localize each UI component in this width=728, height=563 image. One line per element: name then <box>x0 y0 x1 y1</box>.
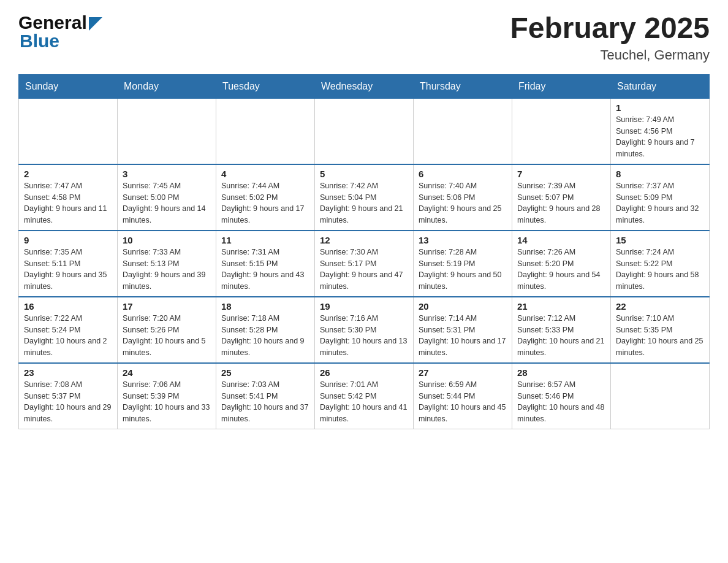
day-number: 25 <box>221 367 309 378</box>
day-info: Sunrise: 7:37 AMSunset: 5:09 PMDaylight:… <box>616 180 704 226</box>
calendar-cell: 6Sunrise: 7:40 AMSunset: 5:06 PMDaylight… <box>414 164 512 231</box>
day-of-week-thursday: Thursday <box>414 74 512 98</box>
calendar-cell: 9Sunrise: 7:35 AMSunset: 5:11 PMDaylight… <box>19 231 118 297</box>
calendar-cell <box>512 98 611 164</box>
calendar-cell: 19Sunrise: 7:16 AMSunset: 5:30 PMDayligh… <box>315 297 414 363</box>
logo: General Blue <box>18 12 102 52</box>
day-info: Sunrise: 7:10 AMSunset: 5:35 PMDaylight:… <box>616 313 704 359</box>
calendar-cell: 23Sunrise: 7:08 AMSunset: 5:37 PMDayligh… <box>19 363 118 429</box>
day-info: Sunrise: 7:06 AMSunset: 5:39 PMDaylight:… <box>123 379 211 425</box>
calendar-cell: 28Sunrise: 6:57 AMSunset: 5:46 PMDayligh… <box>512 363 611 429</box>
day-number: 12 <box>320 235 408 245</box>
calendar-cell: 14Sunrise: 7:26 AMSunset: 5:20 PMDayligh… <box>512 231 611 297</box>
day-number: 2 <box>24 169 112 179</box>
location-subtitle: Teuchel, Germany <box>510 47 710 63</box>
day-number: 22 <box>616 301 704 312</box>
calendar-table: SundayMondayTuesdayWednesdayThursdayFrid… <box>18 74 710 429</box>
calendar-cell <box>315 98 414 164</box>
day-number: 16 <box>24 301 112 312</box>
calendar-week-row: 9Sunrise: 7:35 AMSunset: 5:11 PMDaylight… <box>19 231 710 297</box>
svg-marker-0 <box>89 17 102 31</box>
calendar-cell: 12Sunrise: 7:30 AMSunset: 5:17 PMDayligh… <box>315 231 414 297</box>
day-info: Sunrise: 7:31 AMSunset: 5:15 PMDaylight:… <box>221 247 309 293</box>
calendar-cell <box>414 98 512 164</box>
calendar-cell: 26Sunrise: 7:01 AMSunset: 5:42 PMDayligh… <box>315 363 414 429</box>
day-info: Sunrise: 7:28 AMSunset: 5:19 PMDaylight:… <box>419 247 507 293</box>
calendar-cell: 3Sunrise: 7:45 AMSunset: 5:00 PMDaylight… <box>118 164 216 231</box>
day-number: 18 <box>221 301 309 312</box>
calendar-week-row: 1Sunrise: 7:49 AMSunset: 4:56 PMDaylight… <box>19 98 710 164</box>
day-number: 23 <box>24 367 112 378</box>
day-info: Sunrise: 7:16 AMSunset: 5:30 PMDaylight:… <box>320 313 408 359</box>
calendar-cell: 5Sunrise: 7:42 AMSunset: 5:04 PMDaylight… <box>315 164 414 231</box>
day-info: Sunrise: 7:47 AMSunset: 4:58 PMDaylight:… <box>24 180 112 226</box>
calendar-cell: 27Sunrise: 6:59 AMSunset: 5:44 PMDayligh… <box>414 363 512 429</box>
page-title: February 2025 <box>510 12 710 45</box>
day-info: Sunrise: 7:40 AMSunset: 5:06 PMDaylight:… <box>419 180 507 226</box>
calendar-cell: 20Sunrise: 7:14 AMSunset: 5:31 PMDayligh… <box>414 297 512 363</box>
day-of-week-saturday: Saturday <box>611 74 710 98</box>
day-number: 21 <box>517 301 605 312</box>
calendar-cell: 11Sunrise: 7:31 AMSunset: 5:15 PMDayligh… <box>216 231 315 297</box>
day-number: 6 <box>419 169 507 179</box>
day-info: Sunrise: 7:42 AMSunset: 5:04 PMDaylight:… <box>320 180 408 226</box>
day-info: Sunrise: 7:45 AMSunset: 5:00 PMDaylight:… <box>123 180 211 226</box>
day-of-week-friday: Friday <box>512 74 611 98</box>
day-info: Sunrise: 7:35 AMSunset: 5:11 PMDaylight:… <box>24 247 112 293</box>
day-info: Sunrise: 7:26 AMSunset: 5:20 PMDaylight:… <box>517 247 605 293</box>
day-number: 8 <box>616 169 704 179</box>
day-number: 5 <box>320 169 408 179</box>
calendar-cell: 4Sunrise: 7:44 AMSunset: 5:02 PMDaylight… <box>216 164 315 231</box>
calendar-cell: 24Sunrise: 7:06 AMSunset: 5:39 PMDayligh… <box>118 363 216 429</box>
day-info: Sunrise: 7:49 AMSunset: 4:56 PMDaylight:… <box>616 114 704 160</box>
day-of-week-wednesday: Wednesday <box>315 74 414 98</box>
day-number: 20 <box>419 301 507 312</box>
day-info: Sunrise: 7:01 AMSunset: 5:42 PMDaylight:… <box>320 379 408 425</box>
calendar-cell: 15Sunrise: 7:24 AMSunset: 5:22 PMDayligh… <box>611 231 710 297</box>
day-info: Sunrise: 7:18 AMSunset: 5:28 PMDaylight:… <box>221 313 309 359</box>
calendar-week-row: 2Sunrise: 7:47 AMSunset: 4:58 PMDaylight… <box>19 164 710 231</box>
day-number: 28 <box>517 367 605 378</box>
day-number: 13 <box>419 235 507 245</box>
day-info: Sunrise: 7:03 AMSunset: 5:41 PMDaylight:… <box>221 379 309 425</box>
calendar-cell: 25Sunrise: 7:03 AMSunset: 5:41 PMDayligh… <box>216 363 315 429</box>
day-info: Sunrise: 7:12 AMSunset: 5:33 PMDaylight:… <box>517 313 605 359</box>
day-info: Sunrise: 7:30 AMSunset: 5:17 PMDaylight:… <box>320 247 408 293</box>
calendar-cell <box>118 98 216 164</box>
day-number: 1 <box>616 102 704 113</box>
day-number: 26 <box>320 367 408 378</box>
day-info: Sunrise: 7:33 AMSunset: 5:13 PMDaylight:… <box>123 247 211 293</box>
logo-blue-text: Blue <box>20 31 102 52</box>
day-number: 27 <box>419 367 507 378</box>
day-number: 14 <box>517 235 605 245</box>
day-number: 17 <box>123 301 211 312</box>
calendar-cell: 1Sunrise: 7:49 AMSunset: 4:56 PMDaylight… <box>611 98 710 164</box>
calendar-cell: 21Sunrise: 7:12 AMSunset: 5:33 PMDayligh… <box>512 297 611 363</box>
day-of-week-sunday: Sunday <box>19 74 118 98</box>
calendar-cell <box>216 98 315 164</box>
day-info: Sunrise: 7:44 AMSunset: 5:02 PMDaylight:… <box>221 180 309 226</box>
day-number: 11 <box>221 235 309 245</box>
day-info: Sunrise: 7:14 AMSunset: 5:31 PMDaylight:… <box>419 313 507 359</box>
calendar-cell: 13Sunrise: 7:28 AMSunset: 5:19 PMDayligh… <box>414 231 512 297</box>
day-number: 4 <box>221 169 309 179</box>
day-number: 19 <box>320 301 408 312</box>
calendar-cell: 10Sunrise: 7:33 AMSunset: 5:13 PMDayligh… <box>118 231 216 297</box>
day-info: Sunrise: 7:39 AMSunset: 5:07 PMDaylight:… <box>517 180 605 226</box>
day-info: Sunrise: 7:22 AMSunset: 5:24 PMDaylight:… <box>24 313 112 359</box>
day-info: Sunrise: 6:59 AMSunset: 5:44 PMDaylight:… <box>419 379 507 425</box>
calendar-cell <box>611 363 710 429</box>
calendar-week-row: 16Sunrise: 7:22 AMSunset: 5:24 PMDayligh… <box>19 297 710 363</box>
calendar-cell: 16Sunrise: 7:22 AMSunset: 5:24 PMDayligh… <box>19 297 118 363</box>
calendar-header-row: SundayMondayTuesdayWednesdayThursdayFrid… <box>19 74 710 98</box>
calendar-cell: 22Sunrise: 7:10 AMSunset: 5:35 PMDayligh… <box>611 297 710 363</box>
day-number: 10 <box>123 235 211 245</box>
day-number: 3 <box>123 169 211 179</box>
day-number: 15 <box>616 235 704 245</box>
day-info: Sunrise: 7:24 AMSunset: 5:22 PMDaylight:… <box>616 247 704 293</box>
calendar-cell: 8Sunrise: 7:37 AMSunset: 5:09 PMDaylight… <box>611 164 710 231</box>
day-of-week-monday: Monday <box>118 74 216 98</box>
day-info: Sunrise: 6:57 AMSunset: 5:46 PMDaylight:… <box>517 379 605 425</box>
logo-general-text: General <box>18 12 87 33</box>
day-number: 9 <box>24 235 112 245</box>
